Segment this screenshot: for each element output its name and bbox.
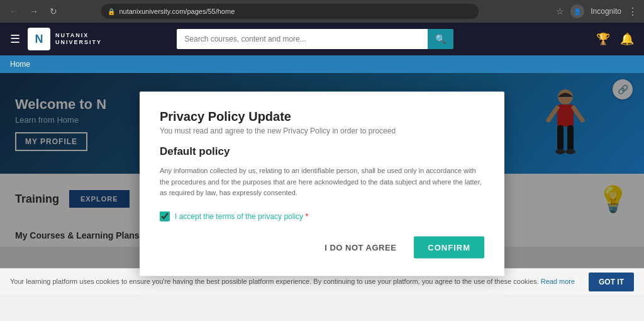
accept-terms-checkbox[interactable] bbox=[160, 211, 170, 221]
breadcrumb-bar: Home bbox=[0, 55, 644, 73]
back-button[interactable]: ← bbox=[6, 5, 21, 18]
logo-icon: N bbox=[28, 28, 50, 50]
browser-chrome: ← → ↻ 🔒 nutanixuniversity.com/pages/55/h… bbox=[0, 0, 644, 23]
checkbox-row: I accept the terms of the privacy policy… bbox=[160, 211, 484, 221]
incognito-label: Incognito bbox=[591, 7, 621, 16]
reload-button[interactable]: ↻ bbox=[47, 5, 60, 18]
forward-button[interactable]: → bbox=[26, 5, 42, 18]
url-text: nutanixuniversity.com/pages/55/home bbox=[119, 8, 235, 15]
page-content: Welcome to N Learn from Home MY PROFILE bbox=[0, 73, 644, 295]
site-header: ☰ N NUTANIX UNIVERSITY 🔍 🏆 🔔 bbox=[0, 23, 644, 55]
trophy-icon[interactable]: 🏆 bbox=[596, 32, 610, 46]
search-bar: 🔍 bbox=[177, 29, 453, 49]
logo-text: NUTANIX UNIVERSITY bbox=[55, 32, 102, 46]
url-bar[interactable]: 🔒 nutanixuniversity.com/pages/55/home bbox=[101, 4, 479, 19]
checkbox-label: I accept the terms of the privacy policy… bbox=[175, 211, 308, 220]
hamburger-menu-icon[interactable]: ☰ bbox=[10, 32, 20, 46]
cookie-read-more-link[interactable]: Read more bbox=[541, 278, 575, 285]
search-input[interactable] bbox=[177, 29, 428, 49]
got-it-button[interactable]: GOT IT bbox=[589, 273, 634, 291]
incognito-avatar: 👤 bbox=[570, 4, 584, 18]
logo-letter: N bbox=[35, 33, 43, 46]
confirm-button[interactable]: CONFIRM bbox=[414, 236, 484, 258]
logo-area: N NUTANIX UNIVERSITY bbox=[28, 28, 102, 50]
browser-right-controls: ☆ 👤 Incognito ⋮ bbox=[556, 4, 638, 18]
modal-body-text: Any information collected by us, relatin… bbox=[160, 166, 484, 199]
required-marker: * bbox=[305, 211, 308, 220]
browser-menu-icon[interactable]: ⋮ bbox=[628, 6, 638, 18]
breadcrumb-home[interactable]: Home bbox=[10, 60, 30, 69]
cookie-text: Your learning platform uses cookies to e… bbox=[10, 277, 581, 286]
search-button[interactable]: 🔍 bbox=[428, 29, 453, 49]
bookmark-icon[interactable]: ☆ bbox=[556, 6, 564, 16]
modal-footer: I DO NOT AGREE CONFIRM bbox=[160, 236, 484, 258]
header-icons: 🏆 🔔 bbox=[596, 32, 634, 46]
lock-icon: 🔒 bbox=[108, 8, 115, 15]
notification-icon[interactable]: 🔔 bbox=[620, 32, 634, 46]
modal-subtitle: You must read and agree to the new Priva… bbox=[160, 127, 484, 135]
do-not-agree-button[interactable]: I DO NOT AGREE bbox=[314, 237, 406, 257]
modal-policy-title: Default policy bbox=[160, 145, 484, 158]
privacy-policy-modal: Privacy Policy Update You must read and … bbox=[140, 92, 504, 276]
modal-title: Privacy Policy Update bbox=[160, 110, 484, 124]
